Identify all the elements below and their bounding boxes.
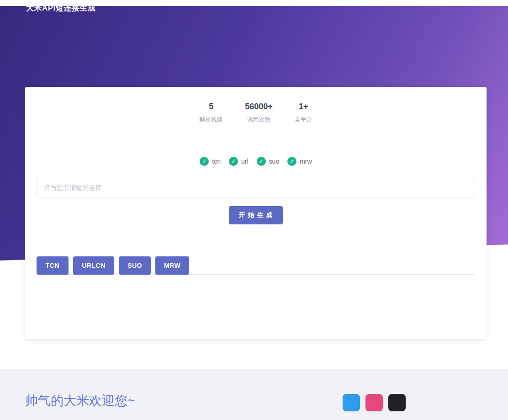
- tab-urlcn[interactable]: URLCN: [73, 256, 114, 275]
- submit-row: 开 始 生 成: [25, 206, 487, 224]
- provider-url: ✓ url: [229, 157, 249, 166]
- social-pink-icon[interactable]: [365, 394, 383, 411]
- provider-label: url: [241, 158, 249, 165]
- check-circle-icon: ✓: [257, 157, 266, 166]
- stat-value: 1+: [295, 101, 312, 112]
- provider-label: mrw: [300, 158, 312, 165]
- tab-tcn[interactable]: TCN: [37, 256, 69, 275]
- provider-suo: ✓ suo: [257, 157, 280, 166]
- check-circle-icon: ✓: [287, 157, 296, 166]
- stat-parse-lines: 5 解析线路: [199, 101, 223, 124]
- provider-label: tcn: [212, 158, 221, 165]
- url-input-row: [37, 177, 475, 197]
- generate-button[interactable]: 开 始 生 成: [229, 206, 283, 224]
- check-circle-icon: ✓: [229, 157, 238, 166]
- provider-mrw: ✓ mrw: [287, 157, 312, 166]
- footer-greeting: 帅气的大米欢迎您~: [25, 392, 135, 409]
- social-black-icon[interactable]: [388, 394, 406, 411]
- result-divider: [37, 297, 475, 297]
- provider-tcn: ✓ tcn: [200, 157, 221, 166]
- stat-label: 全平台: [295, 116, 312, 124]
- providers-row: ✓ tcn ✓ url ✓ suo ✓ mrw: [25, 157, 487, 166]
- social-links-row: [343, 394, 406, 411]
- tab-suo[interactable]: SUO: [119, 256, 151, 275]
- stats-row: 5 解析线路 56000+ 调用次数 1+ 全平台: [25, 101, 487, 124]
- stat-all-platform: 1+ 全平台: [295, 101, 312, 124]
- url-input[interactable]: [37, 177, 475, 197]
- stat-value: 5: [199, 101, 223, 112]
- page-title: 大米API短连接生成: [26, 3, 95, 13]
- stat-label: 调用次数: [245, 116, 273, 124]
- main-card: 5 解析线路 56000+ 调用次数 1+ 全平台 ✓ tcn ✓ url ✓: [25, 87, 487, 339]
- provider-tabs: TCN URLCN SUO MRW: [37, 256, 475, 275]
- stat-value: 56000+: [245, 101, 273, 112]
- provider-label: suo: [269, 158, 280, 165]
- stat-label: 解析线路: [199, 116, 223, 124]
- page: 大米API短连接生成 5 解析线路 56000+ 调用次数 1+ 全平台 ✓ t…: [0, 0, 508, 420]
- stat-call-count: 56000+ 调用次数: [245, 101, 273, 124]
- social-blue-icon[interactable]: [343, 394, 360, 411]
- check-circle-icon: ✓: [200, 157, 209, 166]
- tab-mrw[interactable]: MRW: [155, 256, 189, 275]
